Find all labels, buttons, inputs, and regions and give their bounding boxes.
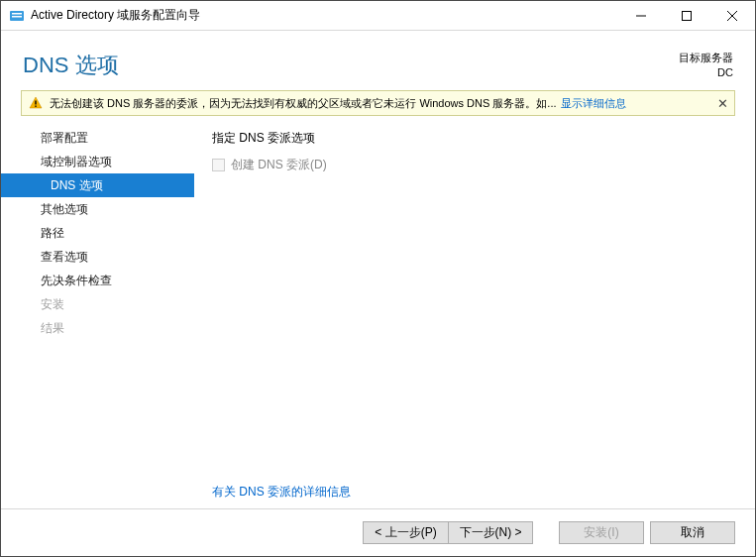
warning-text: 无法创建该 DNS 服务器的委派，因为无法找到有权威的父区域或者它未运行 Win… — [50, 96, 557, 111]
create-delegation-label: 创建 DNS 委派(D) — [231, 157, 327, 173]
svg-rect-1 — [12, 13, 22, 15]
main-panel: 指定 DNS 委派选项 创建 DNS 委派(D) 有关 DNS 委派的详细信息 — [194, 122, 755, 508]
sidebar-item-dns-options[interactable]: DNS 选项 — [1, 173, 194, 197]
create-delegation-row: 创建 DNS 委派(D) — [212, 157, 735, 173]
svg-rect-2 — [12, 16, 22, 18]
target-label: 目标服务器 — [679, 51, 733, 65]
app-icon — [9, 8, 25, 24]
sidebar-item-additional[interactable]: 其他选项 — [1, 197, 194, 221]
sidebar-item-prereq[interactable]: 先决条件检查 — [1, 269, 194, 292]
nav-button-group: < 上一步(P) 下一步(N) > — [363, 521, 533, 544]
sidebar-item-install: 安装 — [1, 292, 194, 316]
minimize-button[interactable] — [618, 1, 664, 31]
sidebar-item-review[interactable]: 查看选项 — [1, 245, 194, 269]
body: 部署配置 域控制器选项 DNS 选项 其他选项 路径 查看选项 先决条件检查 安… — [1, 122, 755, 508]
target-server-info: 目标服务器 DC — [679, 51, 733, 78]
close-button[interactable] — [709, 1, 755, 31]
footer: < 上一步(P) 下一步(N) > 安装(I) 取消 — [1, 508, 755, 556]
warning-close-icon[interactable]: ✕ — [717, 96, 728, 111]
maximize-button[interactable] — [664, 1, 709, 31]
create-delegation-checkbox — [212, 159, 225, 171]
titlebar: Active Directory 域服务配置向导 — [1, 1, 755, 31]
page-title: DNS 选项 — [23, 51, 679, 80]
svg-rect-4 — [683, 11, 692, 20]
warning-details-link[interactable]: 显示详细信息 — [561, 96, 626, 111]
sidebar-item-paths[interactable]: 路径 — [1, 221, 194, 245]
svg-rect-7 — [35, 101, 36, 105]
target-value: DC — [679, 66, 733, 78]
warning-icon — [28, 95, 44, 111]
header: DNS 选项 目标服务器 DC — [1, 31, 755, 88]
wizard-window: Active Directory 域服务配置向导 DNS 选项 目标服务器 DC… — [0, 0, 756, 557]
window-controls — [618, 1, 755, 31]
install-button: 安装(I) — [559, 521, 644, 544]
sidebar: 部署配置 域控制器选项 DNS 选项 其他选项 路径 查看选项 先决条件检查 安… — [1, 122, 194, 508]
previous-button[interactable]: < 上一步(P) — [363, 521, 448, 544]
section-label: 指定 DNS 委派选项 — [212, 130, 735, 147]
next-button[interactable]: 下一步(N) > — [448, 521, 533, 544]
warning-bar: 无法创建该 DNS 服务器的委派，因为无法找到有权威的父区域或者它未运行 Win… — [21, 90, 735, 116]
cancel-button[interactable]: 取消 — [650, 521, 735, 544]
dns-delegation-info-link[interactable]: 有关 DNS 委派的详细信息 — [212, 484, 735, 501]
sidebar-item-dc-options[interactable]: 域控制器选项 — [1, 150, 194, 173]
sidebar-item-deployment[interactable]: 部署配置 — [1, 126, 194, 150]
window-title: Active Directory 域服务配置向导 — [31, 7, 618, 24]
svg-rect-8 — [35, 106, 36, 107]
sidebar-item-results: 结果 — [1, 316, 194, 340]
